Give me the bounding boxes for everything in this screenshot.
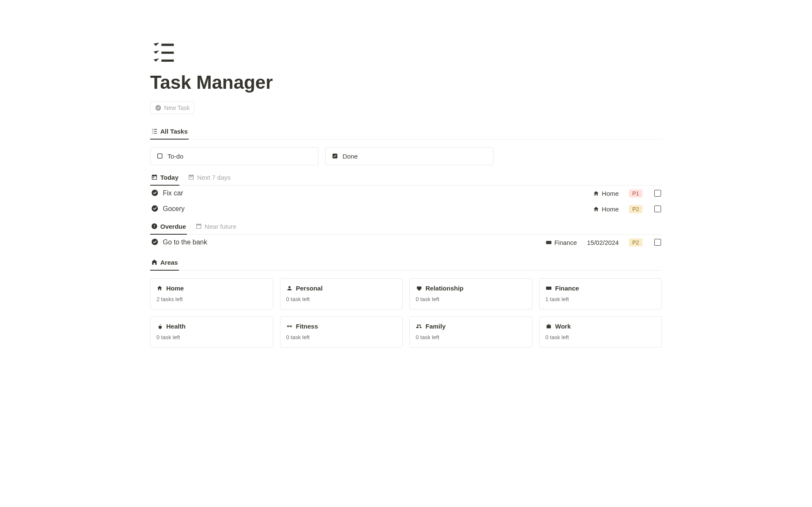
tab-overdue[interactable]: Overdue xyxy=(150,219,187,234)
status-filter-row: To-do Done xyxy=(150,147,662,165)
building-icon xyxy=(151,259,158,266)
tab-all-tasks[interactable]: All Tasks xyxy=(150,124,189,139)
group-icon xyxy=(416,323,422,329)
tab-next7[interactable]: Next 7 days xyxy=(187,170,231,185)
tab-near-future[interactable]: Near future xyxy=(195,219,237,234)
overdue-tabrow: Overdue Near future xyxy=(150,219,662,235)
task-name: Gocery xyxy=(163,205,185,213)
check-circle-icon xyxy=(151,238,159,247)
task-row[interactable]: Go to the bankFinance15/02/2024P2 xyxy=(150,235,662,250)
task-row[interactable]: Fix carHomeP1 xyxy=(150,186,662,201)
task-checkbox[interactable] xyxy=(654,239,661,246)
area-card[interactable]: Work0 task left xyxy=(539,316,662,348)
calendar-day-icon xyxy=(151,174,158,181)
area-subtitle: 1 task left xyxy=(546,296,656,302)
area-card[interactable]: Health0 task left xyxy=(150,316,273,348)
area-name: Finance xyxy=(555,285,579,292)
alert-icon xyxy=(151,223,158,230)
dumbbell-icon xyxy=(286,323,293,329)
area-subtitle: 0 task left xyxy=(546,334,656,340)
page-title: Task Manager xyxy=(150,71,662,94)
area-subtitle: 0 task left xyxy=(286,334,397,340)
area-name: Personal xyxy=(296,285,323,292)
tab-near-label: Near future xyxy=(205,223,236,230)
areas-tabrow: Areas xyxy=(150,255,662,271)
filter-todo-label: To-do xyxy=(167,153,184,160)
area-name: Work xyxy=(555,323,571,330)
calendar-week-icon xyxy=(188,174,195,181)
area-subtitle: 0 task left xyxy=(416,296,526,302)
filter-todo[interactable]: To-do xyxy=(150,147,318,165)
tab-next7-label: Next 7 days xyxy=(197,174,230,181)
apple-icon xyxy=(156,323,163,329)
tab-today[interactable]: Today xyxy=(150,170,179,185)
check-circle-icon xyxy=(151,189,159,198)
heart-icon xyxy=(416,285,422,291)
task-priority: P2 xyxy=(629,238,642,247)
task-row[interactable]: GoceryHomeP2 xyxy=(150,201,662,217)
today-task-list: Fix carHomeP1GoceryHomeP2 xyxy=(150,186,662,217)
area-card[interactable]: Family0 task left xyxy=(409,316,532,348)
area-card[interactable]: Finance1 task left xyxy=(539,278,662,310)
task-name: Fix car xyxy=(163,189,183,197)
area-name: Relationship xyxy=(425,285,464,292)
area-subtitle: 0 task left xyxy=(286,296,397,302)
filter-done[interactable]: Done xyxy=(325,147,494,165)
task-checkbox[interactable] xyxy=(654,206,661,212)
task-priority: P2 xyxy=(629,205,642,213)
task-area-label: Home xyxy=(602,190,619,197)
briefcase-icon xyxy=(546,323,552,329)
area-card[interactable]: Fitness0 task left xyxy=(280,316,403,348)
area-name: Family xyxy=(425,323,446,330)
today-tabrow: Today Next 7 days xyxy=(150,170,662,186)
area-subtitle: 2 tasks left xyxy=(156,296,267,302)
tab-areas-label: Areas xyxy=(160,259,178,266)
new-task-button[interactable]: New Task xyxy=(150,101,194,114)
tab-today-label: Today xyxy=(160,174,178,181)
task-area-tag[interactable]: Home xyxy=(593,190,619,197)
area-card[interactable]: Relationship0 task left xyxy=(409,278,532,310)
area-name: Health xyxy=(166,323,186,330)
task-area-tag[interactable]: Home xyxy=(593,206,619,213)
task-area-tag[interactable]: Finance xyxy=(546,239,577,246)
task-area-label: Finance xyxy=(554,239,577,246)
area-name: Fitness xyxy=(296,323,318,330)
square-icon xyxy=(156,153,163,159)
filter-done-label: Done xyxy=(343,153,358,160)
tab-areas[interactable]: Areas xyxy=(150,255,179,270)
check-circle-icon xyxy=(151,205,159,214)
overdue-task-list: Go to the bankFinance15/02/2024P2 xyxy=(150,235,662,250)
page-icon xyxy=(150,38,662,66)
calendar-icon xyxy=(195,223,202,230)
card-icon xyxy=(546,285,552,291)
home-icon xyxy=(156,285,163,291)
task-area-label: Home xyxy=(602,206,619,213)
areas-grid: Home2 tasks leftPersonal0 task leftRelat… xyxy=(150,278,662,348)
area-card[interactable]: Personal0 task left xyxy=(280,278,403,310)
tab-overdue-label: Overdue xyxy=(160,223,186,230)
area-card[interactable]: Home2 tasks left xyxy=(150,278,273,310)
checklist-icon xyxy=(151,128,158,134)
task-date: 15/02/2024 xyxy=(587,239,619,246)
home-icon xyxy=(593,190,599,197)
card-icon xyxy=(546,239,552,246)
new-task-label: New Task xyxy=(164,104,189,111)
user-icon xyxy=(286,285,293,291)
area-subtitle: 0 task left xyxy=(416,334,526,340)
views-tabrow: All Tasks xyxy=(150,124,662,140)
home-icon xyxy=(593,206,599,212)
check-circle-icon xyxy=(155,104,162,111)
area-name: Home xyxy=(166,285,184,292)
area-subtitle: 0 task left xyxy=(156,334,267,340)
task-checkbox[interactable] xyxy=(654,190,661,197)
task-priority: P1 xyxy=(629,189,642,197)
tab-all-tasks-label: All Tasks xyxy=(160,128,188,135)
task-name: Go to the bank xyxy=(163,238,207,246)
square-check-icon xyxy=(332,153,338,159)
